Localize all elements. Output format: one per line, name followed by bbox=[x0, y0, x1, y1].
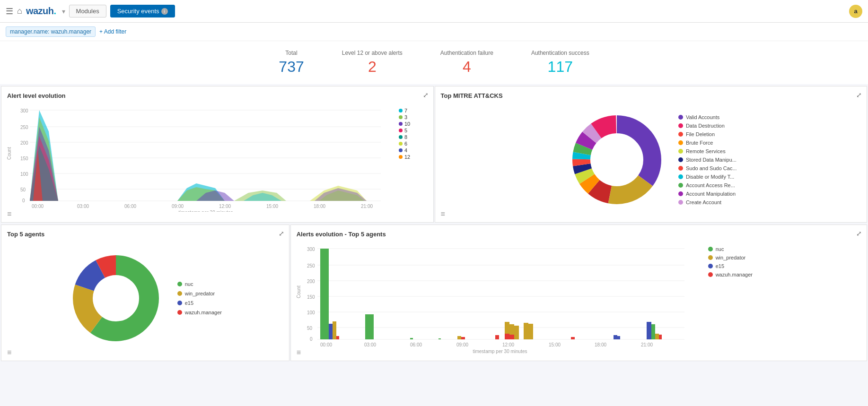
mitre-chart-expand-icon[interactable]: ⤢ bbox=[856, 91, 862, 99]
stat-level12-value: 2 bbox=[342, 58, 403, 76]
svg-rect-79 bbox=[505, 334, 509, 339]
bar-area: 300 250 200 150 100 50 0 Count bbox=[297, 242, 861, 355]
avatar[interactable]: a bbox=[849, 5, 862, 18]
top5-agents-panel: Top 5 agents ⤢ nuc win_predat bbox=[1, 225, 289, 361]
svg-text:06:00: 06:00 bbox=[410, 342, 422, 347]
stat-auth-failure-value: 4 bbox=[440, 58, 493, 76]
alert-chart-wrapper: 300 250 200 150 100 50 0 Count bbox=[7, 103, 428, 212]
svg-rect-82 bbox=[524, 323, 528, 339]
svg-text:200: 200 bbox=[307, 279, 315, 284]
alerts-evolution-legend: nuc win_predator e15 wazuh.manager bbox=[708, 242, 765, 355]
svg-rect-71 bbox=[333, 321, 336, 339]
svg-text:300: 300 bbox=[307, 247, 315, 252]
mitre-legend-account-manipulation-label: Account Manipulation bbox=[686, 191, 736, 197]
mitre-legend-sudo-label: Sudo and Sudo Cac... bbox=[686, 165, 737, 171]
svg-rect-86 bbox=[617, 336, 620, 339]
svg-text:Count: Count bbox=[7, 147, 12, 160]
svg-text:18:00: 18:00 bbox=[595, 342, 606, 347]
svg-text:21:00: 21:00 bbox=[641, 342, 653, 347]
alert-level-evolution-panel: Alert level evolution ⤢ 300 250 200 150 … bbox=[1, 86, 434, 223]
alerts-evolution-expand-icon[interactable]: ⤢ bbox=[856, 230, 862, 237]
legend-item-5: 5 bbox=[399, 128, 418, 133]
legend-e15-label: e15 bbox=[185, 300, 193, 306]
mitre-legend-account-manipulation: Account Manipulation bbox=[678, 191, 737, 197]
svg-text:09:00: 09:00 bbox=[172, 204, 184, 209]
header: ☰ ⌂ wazuh. ▾ Modules Security events i a bbox=[0, 0, 868, 23]
svg-text:09:00: 09:00 bbox=[456, 342, 468, 347]
top5-agents-expand-icon[interactable]: ⤢ bbox=[279, 230, 284, 237]
security-events-label: Security events bbox=[117, 8, 159, 15]
alert-level-svg: 300 250 200 150 100 50 0 Count bbox=[7, 103, 395, 212]
legend-nuc-label: nuc bbox=[185, 281, 193, 287]
mitre-legend-data-destruction: Data Destruction bbox=[678, 123, 737, 129]
legend-win-predator-label: win_predator bbox=[185, 291, 215, 296]
bar-legend-nuc-label: nuc bbox=[716, 246, 724, 252]
legend-item-12: 12 bbox=[399, 154, 418, 160]
legend-item-7: 7 bbox=[399, 108, 418, 113]
mitre-legend-account-access: Account Access Re... bbox=[678, 182, 737, 188]
alerts-evolution-panel: Alerts evolution - Top 5 agents ⤢ 300 25… bbox=[290, 225, 867, 361]
legend-label-10: 10 bbox=[404, 121, 410, 127]
legend-nuc: nuc bbox=[177, 281, 222, 287]
alert-chart-title: Alert level evolution bbox=[7, 92, 428, 99]
svg-text:18:00: 18:00 bbox=[314, 204, 325, 209]
legend-item-10: 10 bbox=[399, 121, 418, 127]
mitre-legend-brute-force: Brute Force bbox=[678, 140, 737, 146]
top5-chart-legend-icon[interactable]: ≡ bbox=[7, 348, 11, 357]
modules-button[interactable]: Modules bbox=[69, 5, 106, 17]
top5-agents-svg bbox=[69, 251, 163, 346]
svg-text:0: 0 bbox=[22, 198, 25, 203]
svg-rect-84 bbox=[571, 337, 575, 339]
alerts-evolution-svg: 300 250 200 150 100 50 0 Count bbox=[297, 242, 703, 355]
svg-text:300: 300 bbox=[20, 108, 28, 113]
home-icon[interactable]: ⌂ bbox=[17, 6, 22, 16]
svg-rect-81 bbox=[495, 335, 499, 339]
alert-chart-expand-icon[interactable]: ⤢ bbox=[423, 91, 429, 99]
mitre-legend-account-access-label: Account Access Re... bbox=[686, 182, 735, 188]
svg-text:03:00: 03:00 bbox=[364, 342, 376, 347]
mitre-legend-create-account-label: Create Account bbox=[686, 199, 721, 205]
stat-auth-failure-label: Authentication failure bbox=[440, 50, 493, 56]
bottom-charts-grid: Top 5 agents ⤢ nuc win_predat bbox=[0, 224, 868, 362]
top5-legend: nuc win_predator e15 wazuh.manager bbox=[177, 281, 222, 315]
mitre-donut-svg bbox=[565, 108, 669, 212]
top5-agents-title: Top 5 agents bbox=[7, 231, 283, 238]
logo-dropdown-icon[interactable]: ▾ bbox=[62, 8, 65, 15]
mitre-chart-panel: Top MITRE ATT&CKS ⤢ bbox=[435, 86, 868, 223]
svg-text:150: 150 bbox=[20, 156, 28, 161]
security-events-button[interactable]: Security events i bbox=[110, 5, 175, 17]
mitre-legend-disable-modify-label: Disable or Modify T... bbox=[686, 174, 735, 180]
mitre-chart-legend-icon[interactable]: ≡ bbox=[441, 210, 445, 218]
mitre-legend-brute-force-label: Brute Force bbox=[686, 140, 713, 146]
legend-label-3: 3 bbox=[404, 114, 407, 120]
svg-rect-85 bbox=[614, 335, 617, 339]
alerts-evolution-legend-icon[interactable]: ≡ bbox=[297, 348, 301, 357]
svg-rect-69 bbox=[320, 249, 329, 339]
svg-rect-72 bbox=[336, 336, 339, 339]
mitre-legend-remote-services-label: Remote Services bbox=[686, 148, 726, 154]
pie-container: nuc win_predator e15 wazuh.manager bbox=[7, 242, 283, 355]
mitre-legend-data-destruction-label: Data Destruction bbox=[686, 123, 725, 129]
svg-rect-87 bbox=[647, 322, 651, 339]
info-icon: i bbox=[161, 8, 168, 15]
header-right: a bbox=[849, 5, 862, 18]
svg-rect-78 bbox=[514, 326, 519, 339]
mitre-legend-file-deletion-label: File Deletion bbox=[686, 131, 715, 137]
svg-text:15:00: 15:00 bbox=[549, 342, 561, 347]
mitre-chart-title: Top MITRE ATT&CKS bbox=[441, 92, 861, 99]
stat-auth-success-value: 117 bbox=[531, 58, 589, 76]
svg-rect-88 bbox=[651, 324, 655, 339]
add-filter-button[interactable]: + Add filter bbox=[99, 28, 126, 35]
svg-text:03:00: 03:00 bbox=[77, 204, 89, 209]
legend-label-8: 8 bbox=[404, 134, 407, 140]
hamburger-menu-icon[interactable]: ☰ bbox=[6, 6, 13, 17]
bar-legend-win-predator-label: win_predator bbox=[716, 255, 746, 260]
mitre-legend-create-account: Create Account bbox=[678, 199, 737, 205]
legend-item-8: 8 bbox=[399, 134, 418, 140]
alert-chart-legend-icon[interactable]: ≡ bbox=[7, 210, 11, 218]
filter-tag[interactable]: manager.name: wazuh.manager bbox=[6, 26, 96, 37]
legend-win-predator: win_predator bbox=[177, 291, 222, 296]
mitre-donut-container: Valid Accounts Data Destruction File Del… bbox=[441, 103, 861, 216]
svg-rect-75 bbox=[461, 337, 465, 339]
svg-text:12:00: 12:00 bbox=[219, 204, 231, 209]
